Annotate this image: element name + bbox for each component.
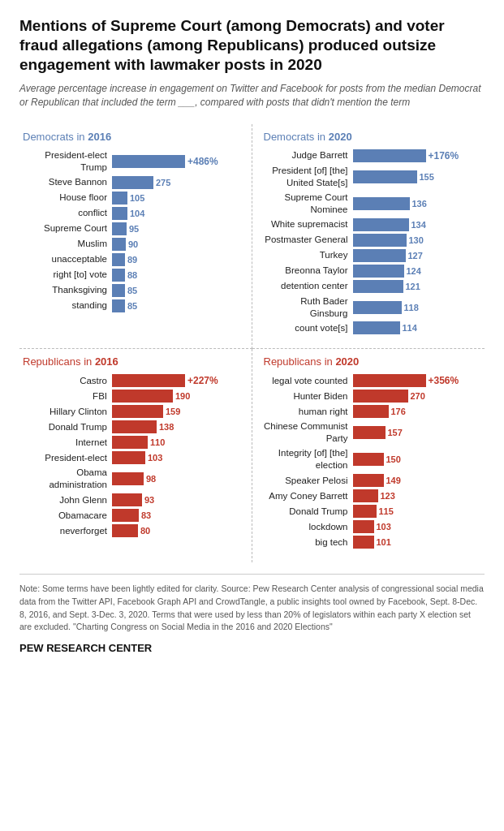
- bar-row: detention center121: [264, 280, 477, 293]
- bar-row: Chinese Communist Party157: [264, 420, 477, 445]
- quadrant-title-rep2020: Republicans in 2020: [264, 355, 477, 368]
- bar-label: Judge Barrett: [264, 149, 353, 161]
- bar-value: 124: [407, 266, 421, 276]
- bar-row: Thanksgiving85: [23, 284, 240, 297]
- bar-fill: [112, 299, 125, 312]
- bar-label: House floor: [23, 192, 112, 204]
- bar-fill: [353, 234, 407, 247]
- bar-value: 134: [411, 220, 426, 230]
- subtitle: Average percentage increase in engagemen…: [19, 82, 485, 110]
- bar-container: 150: [353, 453, 477, 466]
- bar-row: Supreme Court Nominee136: [264, 192, 477, 216]
- bar-row: conflict104: [23, 207, 240, 220]
- bar-label: Supreme Court: [23, 222, 112, 235]
- bar-fill: [112, 524, 138, 537]
- bar-value: 157: [388, 428, 403, 437]
- bar-row: neverforget80: [23, 524, 240, 537]
- bar-container: 93: [112, 493, 240, 506]
- bar-value: 176: [391, 407, 406, 416]
- bar-fill: [353, 520, 374, 533]
- bar-label: big tech: [264, 536, 353, 549]
- bar-value: +356%: [429, 375, 459, 386]
- quadrant-title-rep2016: Republicans in 2016: [23, 355, 240, 368]
- bar-row: Hunter Biden270: [264, 390, 477, 403]
- bar-value: +176%: [429, 150, 459, 161]
- bar-value: 121: [406, 282, 420, 291]
- quadrant-dem2016: Democrats in 2016President-elect Trump+4…: [19, 124, 252, 350]
- bar-fill: [112, 509, 139, 522]
- bar-fill: [112, 284, 125, 297]
- bar-label: legal vote counted: [264, 375, 353, 387]
- bar-label: FBI: [23, 390, 112, 403]
- bar-fill: [353, 249, 406, 262]
- bar-label: Thanksgiving: [23, 284, 112, 296]
- bar-value: 88: [127, 270, 137, 280]
- bar-value: 138: [159, 422, 174, 432]
- bar-value: 114: [403, 323, 417, 333]
- bar-row: FBI190: [23, 390, 240, 403]
- bar-label: President-elect: [23, 452, 112, 464]
- bar-label: Speaker Pelosi: [264, 475, 353, 487]
- bar-value: 103: [377, 522, 391, 532]
- bar-fill: [353, 301, 402, 314]
- bar-container: 190: [112, 390, 240, 403]
- bar-container: 85: [112, 284, 240, 297]
- main-title: Mentions of Supreme Court (among Democra…: [19, 16, 485, 74]
- bar-value: 110: [150, 437, 165, 447]
- bar-label: standing: [23, 299, 112, 312]
- bar-container: 114: [353, 321, 477, 334]
- bar-label: neverforget: [23, 525, 112, 537]
- quadrant-rep2016: Republicans in 2016Castro+227%FBI190Hill…: [19, 349, 252, 562]
- pew-logo: PEW RESEARCH CENTER: [19, 640, 485, 657]
- bar-container: 123: [353, 489, 477, 502]
- bar-container: 95: [112, 222, 240, 235]
- bar-row: unacceptable89: [23, 253, 240, 266]
- bar-container: 138: [112, 420, 240, 433]
- bar-fill: [353, 374, 426, 387]
- bar-label: detention center: [264, 280, 353, 292]
- bar-fill: [112, 192, 127, 205]
- bar-fill: [112, 155, 185, 168]
- bar-container: 83: [112, 509, 240, 522]
- bar-container: +227%: [112, 374, 240, 387]
- bar-container: 98: [112, 472, 240, 485]
- bar-row: standing85: [23, 299, 240, 312]
- bar-row: White supremacist134: [264, 218, 477, 231]
- bar-value: 130: [409, 235, 424, 245]
- bar-value: 85: [127, 286, 137, 295]
- bar-row: John Glenn93: [23, 493, 240, 506]
- bar-row: Amy Coney Barrett123: [264, 489, 477, 502]
- bar-container: 101: [353, 536, 477, 549]
- bar-value: 155: [420, 172, 434, 182]
- bar-label: Donald Trump: [23, 421, 112, 433]
- bar-container: 176: [353, 405, 477, 418]
- bar-label: John Glenn: [23, 494, 112, 506]
- bar-row: Turkey127: [264, 249, 477, 262]
- quadrant-dem2020: Democrats in 2020Judge Barrett+176%Presi…: [252, 124, 485, 350]
- bar-value: 103: [148, 453, 162, 463]
- bar-fill: [112, 472, 144, 485]
- bar-row: human right176: [264, 405, 477, 418]
- bar-value: 93: [144, 495, 154, 505]
- bar-label: Castro: [23, 375, 112, 387]
- bar-container: 90: [112, 238, 240, 251]
- bar-fill: [112, 436, 148, 449]
- bar-value: 95: [129, 224, 139, 234]
- bar-fill: [353, 426, 386, 439]
- bar-value: 123: [381, 491, 395, 501]
- bar-row: Judge Barrett+176%: [264, 149, 477, 162]
- bar-container: 115: [353, 505, 477, 518]
- bar-fill: [112, 420, 157, 433]
- bar-container: 157: [353, 426, 477, 439]
- bar-row: Breonna Taylor124: [264, 265, 477, 278]
- bar-container: +486%: [112, 155, 240, 168]
- bar-container: 136: [353, 197, 477, 210]
- bar-label: Turkey: [264, 249, 353, 261]
- bar-container: 80: [112, 524, 240, 537]
- bar-label: Ruth Bader Ginsburg: [264, 295, 353, 320]
- bar-container: 105: [112, 192, 240, 205]
- bar-row: Integrity [of] [the] election150: [264, 447, 477, 471]
- bar-label: right [to] vote: [23, 269, 112, 281]
- bar-row: right [to] vote88: [23, 269, 240, 282]
- bar-label: Chinese Communist Party: [264, 420, 353, 445]
